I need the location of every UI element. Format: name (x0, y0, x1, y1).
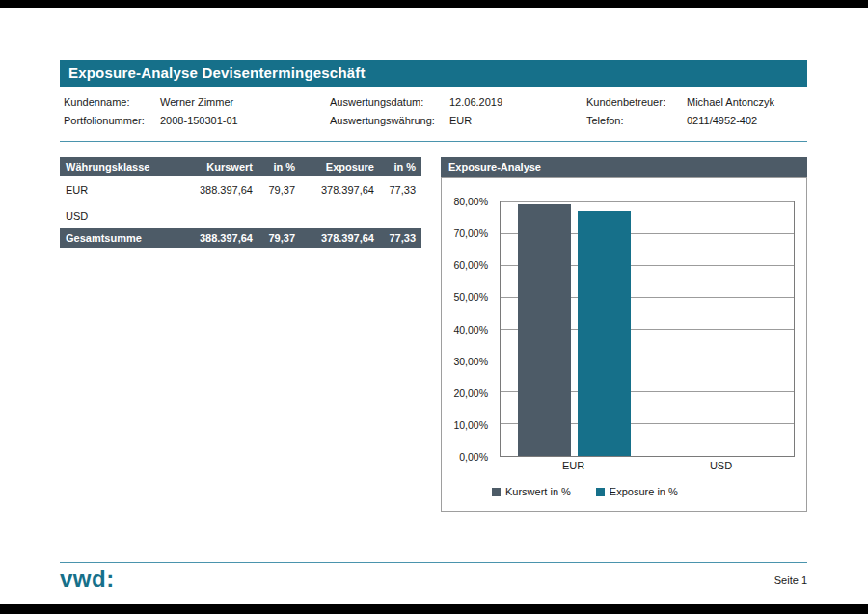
table-cell: 388.397,64 (168, 176, 258, 202)
bar-group-eur (501, 202, 647, 456)
table-header-exposure-prozent: in % (380, 157, 421, 176)
chart-title-bar: Exposure-Analyse (441, 157, 807, 177)
value-auswertungswaehrung: EUR (449, 115, 586, 126)
table-cell (168, 202, 258, 228)
bar-groups (501, 202, 794, 456)
label-portfolionummer: Portfolionummer: (64, 115, 160, 126)
table-header-kurswert: Kurswert (168, 157, 258, 176)
section-divider (60, 141, 807, 142)
bar-kurswert-in-eur (518, 204, 571, 456)
label-kundenname: Kundenname: (64, 96, 160, 108)
table-cell: USD (60, 202, 168, 228)
table-row-eur: EUR 388.397,64 79,37 378.397,64 77,33 (60, 176, 421, 202)
y-tick-label: 60,00% (453, 259, 488, 271)
table-cell: 79,37 (258, 176, 301, 202)
y-tick-label: 70,00% (453, 227, 488, 239)
x-tick-label: EUR (500, 460, 647, 471)
exposure-table-wrap: Währungsklasse Kurswert in % Exposure in… (60, 157, 421, 248)
legend-item: Kurswert in % (492, 486, 571, 497)
table-header-row: Währungsklasse Kurswert in % Exposure in… (60, 157, 421, 176)
bar-group-usd (647, 202, 794, 456)
x-axis-labels: EURUSD (500, 460, 795, 471)
label-kundenbetreuer: Kundenbetreuer: (586, 96, 687, 108)
value-kundenname: Werner Zimmer (160, 96, 330, 108)
top-black-strip (0, 0, 868, 8)
table-footer-cell: 77,33 (380, 228, 421, 248)
y-tick-label: 0,00% (459, 451, 488, 463)
table-footer-cell: Gesamtsumme (60, 228, 168, 248)
table-header-kurswert-prozent: in % (258, 157, 301, 176)
legend-item: Exposure in % (596, 486, 678, 497)
exposure-chart-panel: Exposure-Analyse 0,00%10,00%20,00%30,00%… (441, 157, 807, 512)
y-tick-label: 80,00% (453, 196, 488, 207)
label-telefon: Telefon: (586, 115, 687, 126)
exposure-table: Währungsklasse Kurswert in % Exposure in… (60, 157, 421, 248)
table-cell: EUR (60, 176, 168, 202)
table-footer-cell: 79,37 (258, 228, 301, 248)
chart-legend: Kurswert in %Exposure in % (492, 486, 795, 497)
report-content: Exposure-Analyse Devisentermingeschäft K… (60, 60, 807, 512)
chart-body: 0,00%10,00%20,00%30,00%40,00%50,00%60,00… (441, 177, 807, 512)
bar-exposure-in-eur (578, 211, 631, 456)
label-auswertungswaehrung: Auswertungswährung: (330, 115, 449, 126)
table-cell: 378.397,64 (301, 176, 380, 202)
value-auswertungsdatum: 12.06.2019 (449, 96, 586, 108)
table-cell: 77,33 (380, 176, 421, 202)
legend-label: Kurswert in % (505, 486, 571, 497)
chart-title: Exposure-Analyse (448, 161, 541, 173)
table-cell (258, 202, 301, 228)
table-header-exposure: Exposure (301, 157, 380, 176)
table-footer-cell: 378.397,64 (301, 228, 380, 248)
report-title-bar: Exposure-Analyse Devisentermingeschäft (60, 60, 807, 87)
y-tick-label: 10,00% (453, 419, 488, 431)
plot-area (500, 201, 795, 457)
report-page: Exposure-Analyse Devisentermingeschäft K… (0, 0, 868, 614)
page-title: Exposure-Analyse Devisentermingeschäft (68, 65, 366, 81)
table-header-waehrungsklasse: Währungsklasse (60, 157, 168, 176)
y-tick-label: 40,00% (453, 324, 488, 335)
value-telefon: 0211/4952-402 (687, 115, 807, 126)
y-tick-label: 50,00% (453, 291, 488, 303)
table-cell (301, 202, 380, 228)
table-row-usd: USD (60, 202, 421, 228)
y-tick-label: 20,00% (453, 387, 488, 399)
legend-swatch (492, 488, 501, 496)
main-row: Währungsklasse Kurswert in % Exposure in… (60, 157, 807, 512)
bottom-black-strip (0, 604, 868, 614)
page-footer: vwd: Seite 1 (60, 562, 807, 591)
report-info: Kundenname: Werner Zimmer Auswertungsdat… (60, 96, 807, 126)
chart-plot-wrap: 0,00%10,00%20,00%30,00%40,00%50,00%60,00… (500, 201, 795, 471)
y-tick-label: 30,00% (453, 356, 488, 367)
vwd-logo: vwd: (60, 568, 115, 591)
footer-row: vwd: Seite 1 (60, 568, 807, 591)
table-footer-row: Gesamtsumme 388.397,64 79,37 378.397,64 … (60, 228, 421, 248)
label-auswertungsdatum: Auswertungsdatum: (330, 96, 449, 108)
x-tick-label: USD (647, 460, 795, 471)
legend-label: Exposure in % (610, 486, 678, 497)
value-kundenbetreuer: Michael Antonczyk (687, 96, 807, 108)
table-cell (380, 202, 421, 228)
y-axis-ticks: 0,00%10,00%20,00%30,00%40,00%50,00%60,00… (442, 201, 494, 457)
value-portfolionummer: 2008-150301-01 (160, 115, 330, 126)
page-number: Seite 1 (774, 574, 807, 591)
legend-swatch (596, 488, 605, 496)
table-footer-cell: 388.397,64 (168, 228, 258, 248)
